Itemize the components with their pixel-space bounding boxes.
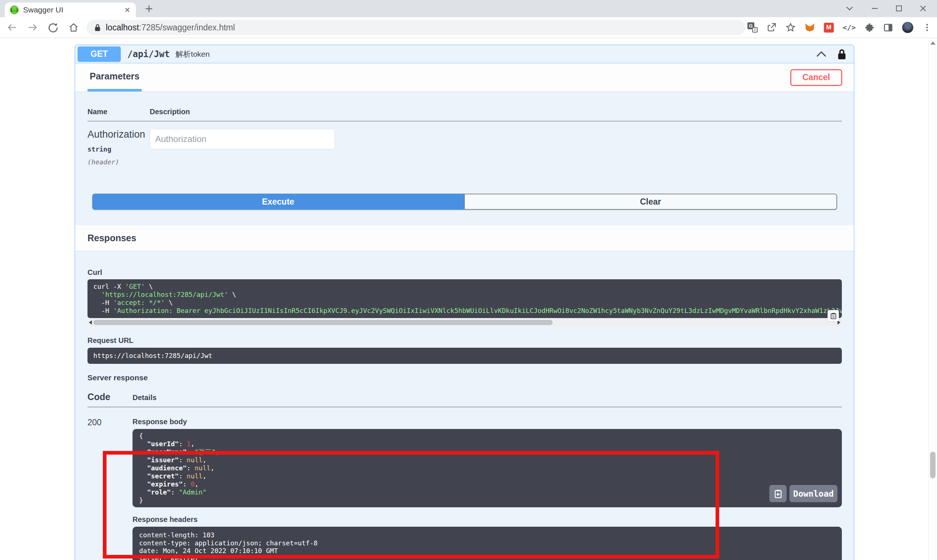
url-text: localhost:7285/swagger/index.html — [106, 23, 235, 32]
parameter-name: Authorization — [88, 129, 150, 140]
request-url-value: https://localhost:7285/api/Jwt — [88, 348, 842, 364]
ssl-lock-icon[interactable] — [94, 23, 101, 31]
page-vertical-scrollbar[interactable] — [928, 38, 937, 560]
bookmark-star-icon[interactable] — [785, 22, 796, 32]
browser-tab[interactable]: {…} Swagger UI — [5, 3, 136, 17]
metamask-icon[interactable] — [805, 22, 815, 33]
download-button[interactable]: Download — [789, 485, 837, 502]
scroll-left-arrow-icon[interactable] — [89, 320, 92, 325]
copy-curl-button[interactable] — [828, 310, 839, 322]
opblock-get-jwt: GET /api/Jwt 解析token Parameters Cancel N… — [75, 45, 854, 560]
tab-search-chevron-icon[interactable] — [843, 3, 856, 14]
sidebar-icon[interactable] — [883, 23, 893, 32]
translate-icon[interactable]: G文 — [748, 22, 758, 32]
tab-title: Swagger UI — [23, 6, 124, 14]
endpoint-header[interactable]: GET /api/Jwt 解析token — [75, 45, 854, 63]
curl-wrap: curl -X 'GET' \ 'https://localhost:7285/… — [88, 279, 842, 326]
responses-section-header: Responses — [75, 225, 854, 251]
browser-menu-icon[interactable] — [922, 23, 932, 32]
collapse-chevron-icon[interactable] — [816, 51, 827, 57]
execute-row: Execute Clear — [92, 194, 837, 210]
profile-avatar[interactable] — [902, 22, 914, 33]
parameters-table-head: Name Description — [88, 108, 842, 122]
response-table-head: Code Details — [88, 392, 842, 408]
responses-title: Responses — [88, 233, 136, 243]
response-headers-label: Response headers — [132, 515, 842, 524]
auth-lock-icon[interactable] — [837, 48, 846, 60]
cancel-button[interactable]: Cancel — [790, 69, 842, 86]
swagger-page: GET /api/Jwt 解析token Parameters Cancel N… — [0, 38, 937, 560]
browser-toolbar: localhost:7285/swagger/index.html G文 M <… — [0, 17, 937, 38]
endpoint-path: /api/Jwt — [128, 49, 170, 59]
parameter-type: string — [88, 145, 150, 153]
forward-icon[interactable] — [27, 22, 38, 33]
swagger-favicon: {…} — [10, 6, 18, 14]
home-icon[interactable] — [68, 22, 79, 33]
curl-horizontal-scrollbar[interactable] — [88, 319, 842, 326]
parameter-row: Authorization string (header) — [88, 129, 842, 166]
maximize-icon[interactable] — [892, 3, 906, 14]
parameters-body: Name Description Authorization string (h… — [75, 108, 854, 210]
response-body-json: { "userId": 1, "userName": "张三", "issuer… — [139, 432, 835, 505]
parameter-location: (header) — [88, 158, 150, 166]
curl-label: Curl — [88, 268, 842, 277]
response-headers-block: content-length: 103content-type: applica… — [132, 527, 842, 560]
back-icon[interactable] — [6, 22, 18, 33]
gmail-icon[interactable]: M — [824, 23, 834, 32]
response-body-label: Response body — [132, 418, 842, 426]
tab-close-icon[interactable] — [124, 6, 131, 13]
new-tab-button[interactable] — [143, 3, 154, 14]
parameters-section-header: Parameters Cancel — [75, 63, 854, 91]
col-description-header: Description — [150, 108, 190, 116]
vertical-scroll-thumb[interactable] — [930, 452, 935, 478]
col-name-header: Name — [88, 108, 150, 116]
authorization-input[interactable] — [150, 129, 335, 149]
scroll-up-arrow-icon[interactable] — [931, 42, 935, 45]
minimize-icon[interactable] — [868, 3, 882, 14]
clear-button[interactable]: Clear — [464, 194, 837, 210]
request-url-label: Request URL — [88, 336, 842, 345]
col-code-header: Code — [88, 392, 132, 402]
status-code: 200 — [88, 413, 132, 560]
responses-body: Curl curl -X 'GET' \ 'https://localhost:… — [75, 268, 854, 560]
endpoint-summary: 解析token — [176, 49, 210, 59]
window-close-icon[interactable] — [917, 3, 930, 14]
horizontal-scroll-thumb[interactable] — [93, 320, 553, 325]
execute-button[interactable]: Execute — [92, 194, 464, 210]
copy-response-button[interactable] — [769, 485, 786, 502]
tab-parameters[interactable]: Parameters — [88, 63, 142, 91]
col-details-header: Details — [132, 394, 157, 402]
url-bar[interactable]: localhost:7285/swagger/index.html — [86, 20, 745, 35]
method-badge: GET — [78, 46, 121, 62]
devtools-code-icon[interactable]: </> — [843, 23, 856, 32]
browser-tab-bar: {…} Swagger UI — [0, 0, 937, 17]
curl-command: curl -X 'GET' \ 'https://localhost:7285/… — [88, 279, 842, 318]
share-icon[interactable] — [766, 22, 777, 32]
reload-icon[interactable] — [48, 22, 58, 33]
response-body-block: { "userId": 1, "userName": "张三", "issuer… — [132, 429, 842, 507]
server-response-label: Server response — [88, 373, 842, 382]
response-row: 200 Response body { "userId": 1, "userNa… — [88, 413, 842, 560]
extensions-puzzle-icon[interactable] — [865, 23, 874, 32]
